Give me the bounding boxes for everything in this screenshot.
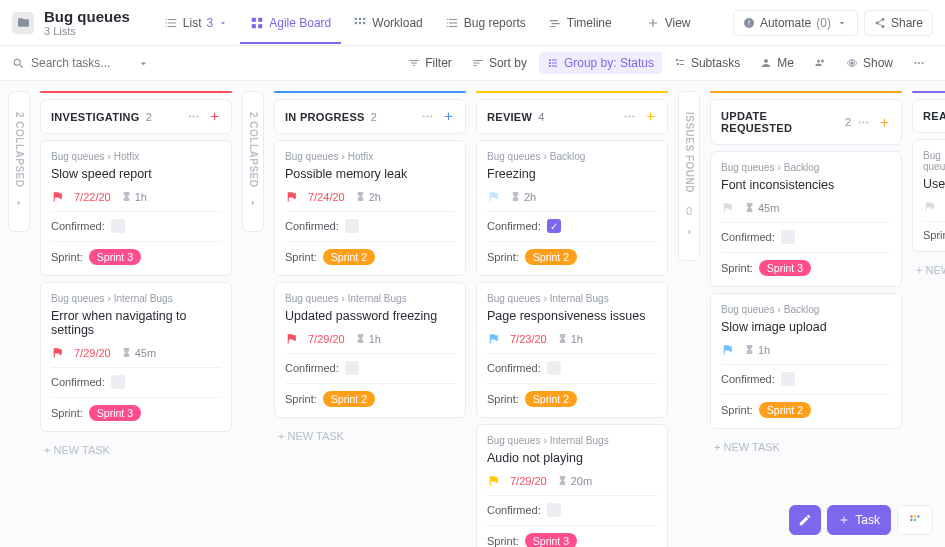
sprint-pill[interactable]: Sprint 2 [323, 391, 375, 407]
svg-point-29 [625, 115, 627, 117]
card-sprint-row: Sprint: Sprint 3 [51, 397, 221, 421]
task-card[interactable]: Bug queues›Hotfix Possible memory leak 7… [274, 140, 466, 276]
assignee-button[interactable] [806, 53, 834, 73]
tab-agile-board[interactable]: Agile Board [240, 10, 341, 36]
sort-button[interactable]: Sort by [464, 52, 535, 74]
chevron-left-icon[interactable] [684, 225, 694, 240]
task-card[interactable]: Bug queues›Internal Bugs Updated passwor… [274, 282, 466, 418]
new-task-button[interactable]: + NEW TASK [710, 435, 902, 459]
add-card-icon[interactable] [878, 116, 891, 129]
confirmed-checkbox[interactable] [547, 503, 561, 517]
confirmed-checkbox[interactable] [111, 375, 125, 389]
show-button[interactable]: Show [838, 52, 901, 74]
confirmed-checkbox[interactable] [111, 219, 125, 233]
tab-timeline[interactable]: Timeline [538, 10, 622, 36]
card-meta: 7/29/20 1h [285, 332, 455, 345]
fab-edit-button[interactable] [789, 505, 821, 535]
add-card-icon[interactable] [442, 110, 455, 123]
filter-button[interactable]: Filter [400, 52, 460, 74]
sprint-pill[interactable]: Sprint 3 [525, 533, 577, 547]
sprint-pill[interactable]: Sprint 3 [89, 249, 141, 265]
column-title: REVIEW [487, 111, 532, 123]
fab-task-button[interactable]: Task [827, 505, 891, 535]
share-button[interactable]: Share [864, 10, 933, 36]
new-task-button[interactable]: + NEW TASK [40, 438, 232, 462]
svg-rect-13 [552, 60, 557, 61]
flag-icon [285, 190, 298, 203]
tab-workload[interactable]: Workload [343, 10, 432, 36]
more-icon[interactable] [857, 116, 870, 129]
task-card[interactable]: Bug queues›Internal Bugs Audio not playi… [476, 424, 668, 547]
card-meta: 7/24/20 2h [285, 190, 455, 203]
confirmed-checkbox[interactable]: ✓ [547, 219, 561, 233]
card-breadcrumb: Bug queues›Internal Bugs [487, 435, 657, 446]
column-actions [421, 110, 455, 123]
card-meta: 7/29/20 20m [487, 474, 657, 487]
new-task-button[interactable]: + NEW TASK [912, 258, 945, 282]
task-card[interactable]: Bug queues›Internal Bugs Page responsive… [476, 282, 668, 418]
more-button[interactable] [905, 53, 933, 73]
svg-point-20 [915, 62, 917, 64]
sprint-pill[interactable]: Sprint 2 [323, 249, 375, 265]
search-input[interactable] [31, 56, 131, 70]
add-card-icon[interactable] [208, 110, 221, 123]
confirmed-checkbox[interactable] [781, 230, 795, 244]
svg-point-10 [549, 59, 551, 61]
automate-button[interactable]: Automate (0) [733, 10, 858, 36]
chevron-right-icon[interactable] [14, 196, 24, 211]
new-task-button[interactable]: + NEW TASK [274, 424, 466, 448]
sprint-pill[interactable]: Sprint 3 [89, 405, 141, 421]
tab-list[interactable]: List3 [154, 10, 238, 36]
task-card[interactable]: Bug queues›Internal Bugs Error when navi… [40, 282, 232, 432]
collapsed-group[interactable]: ISSUES FOUND0 [678, 91, 700, 261]
more-icon[interactable] [187, 110, 200, 123]
tab-bug-reports[interactable]: Bug reports [435, 10, 536, 36]
me-button[interactable]: Me [752, 52, 802, 74]
sprint-pill[interactable]: Sprint 2 [759, 402, 811, 418]
svg-rect-5 [359, 17, 361, 19]
card-meta: 7/22/20 1h [51, 190, 221, 203]
column-count: 2 [146, 111, 152, 123]
more-icon[interactable] [623, 110, 636, 123]
task-card[interactable]: Bug queues›Hotfix Slow speed report 7/22… [40, 140, 232, 276]
task-card[interactable]: Bug queues›Backlog Font inconsistencies … [710, 151, 902, 287]
task-card[interactable]: Bug queues›Backlog Slow image upload 1h … [710, 293, 902, 429]
confirmed-checkbox[interactable] [781, 372, 795, 386]
fab-apps-button[interactable] [897, 505, 933, 535]
column-review: REVIEW 4 Bug queues›Backlog Freezing 2h … [476, 91, 668, 547]
svg-rect-6 [363, 17, 365, 19]
confirmed-checkbox[interactable] [547, 361, 561, 375]
add-card-icon[interactable] [644, 110, 657, 123]
card-meta: 1h [721, 343, 891, 356]
svg-rect-8 [359, 21, 361, 23]
board: 2 COLLAPSED INVESTIGATING 2 Bug queues›H… [0, 81, 945, 547]
sprint-pill[interactable]: Sprint 2 [525, 249, 577, 265]
card-duration: 45m [121, 347, 156, 359]
confirmed-checkbox[interactable] [345, 361, 359, 375]
add-view-button[interactable]: View [636, 10, 701, 36]
task-card[interactable]: Bug queues Usernam 30 Sprint: [912, 139, 945, 252]
search-box[interactable] [12, 56, 172, 70]
chevron-down-icon[interactable] [137, 57, 150, 70]
subtasks-button[interactable]: Subtasks [666, 52, 748, 74]
svg-rect-14 [552, 63, 557, 64]
chevron-right-icon[interactable] [248, 196, 258, 211]
more-icon[interactable] [421, 110, 434, 123]
svg-rect-15 [552, 66, 557, 67]
card-duration: 1h [121, 191, 147, 203]
sprint-pill[interactable]: Sprint 3 [759, 260, 811, 276]
confirmed-checkbox[interactable] [345, 219, 359, 233]
task-card[interactable]: Bug queues›Backlog Freezing 2h Confirmed… [476, 140, 668, 276]
column-bar [912, 91, 945, 93]
svg-rect-3 [258, 24, 262, 28]
folder-icon[interactable] [12, 12, 34, 34]
collapsed-group[interactable]: 2 COLLAPSED [242, 91, 264, 232]
collapsed-group[interactable]: 2 COLLAPSED [8, 91, 30, 232]
card-duration: 2h [355, 191, 381, 203]
svg-rect-9 [363, 21, 365, 23]
group-button[interactable]: Group by: Status [539, 52, 662, 74]
sprint-pill[interactable]: Sprint 2 [525, 391, 577, 407]
card-sprint-row: Sprint: [923, 221, 945, 241]
card-sprint-row: Sprint: Sprint 2 [285, 383, 455, 407]
card-meta: 2h [487, 190, 657, 203]
